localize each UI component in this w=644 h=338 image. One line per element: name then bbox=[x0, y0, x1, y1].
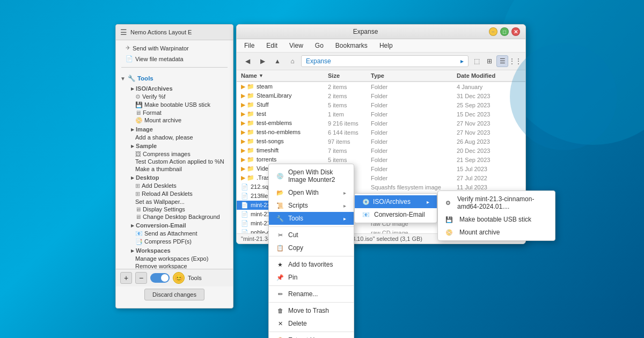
menu-file[interactable]: File bbox=[242, 41, 257, 50]
menu-view[interactable]: View bbox=[287, 41, 305, 50]
col-type[interactable]: Type bbox=[371, 72, 457, 79]
menu-edit[interactable]: Edit bbox=[264, 41, 280, 50]
ctx-open-with[interactable]: 📂 Open With ▸ bbox=[269, 186, 354, 199]
make-bootable-item[interactable]: 💾Make bootable USB stick bbox=[116, 101, 233, 109]
menu-help[interactable]: Help bbox=[377, 41, 395, 50]
file-row[interactable]: ▶ 📁steam2 itemsFolder4 January bbox=[237, 82, 525, 91]
section-iso-archives[interactable]: ▸ ISO/Archives bbox=[116, 84, 233, 93]
file-row[interactable]: ▶ 📁torrents5 itemsFolder21 Sep 2023 bbox=[237, 155, 525, 164]
discard-changes-button[interactable]: Discard changes bbox=[144, 289, 204, 300]
address-bar[interactable]: Expanse ▸ bbox=[301, 55, 469, 67]
ctx-cut[interactable]: ✂ Cut bbox=[269, 229, 354, 241]
col-size[interactable]: Size bbox=[328, 72, 371, 79]
forward-button[interactable]: ▶ bbox=[256, 55, 269, 68]
manage-workspaces-item[interactable]: Manage workspaces (Expo) bbox=[116, 255, 233, 262]
add-desklets-item[interactable]: ⊞Add Desklets bbox=[116, 182, 233, 190]
send-with-warpinator[interactable]: ✈ Send with Warpinator bbox=[121, 43, 228, 53]
back-button[interactable]: ◀ bbox=[241, 55, 254, 68]
close-button[interactable]: ✕ bbox=[511, 27, 520, 36]
smiley-button[interactable]: 😊 bbox=[173, 272, 185, 284]
iso-sub-mount-archive[interactable]: 📀 Mount archive bbox=[438, 226, 555, 239]
file-row[interactable]: ▶ 📁test1 itemFolder15 Dec 2023 bbox=[237, 109, 525, 119]
compress-pdf-item[interactable]: 📑Compress PDF(s) bbox=[116, 238, 233, 246]
send-as-attachment-item[interactable]: 📧Send as Attachment bbox=[116, 230, 233, 238]
file-row[interactable]: ▶ 📁test-songs97 itemsFolder26 Aug 2023 bbox=[237, 137, 525, 146]
file-type-cell: Folder bbox=[371, 93, 457, 99]
file-date-cell: 25 Sep 2023 bbox=[457, 102, 521, 108]
file-row[interactable]: ▶ 📁SteamLibrary2 itemsFolder31 Dec 2023 bbox=[237, 91, 525, 100]
scripts-sub-arrow: ▸ bbox=[343, 203, 346, 209]
file-icon: 📄 bbox=[241, 193, 248, 199]
menu-bookmarks[interactable]: Bookmarks bbox=[333, 41, 370, 50]
ctx-tools[interactable]: 🔧 Tools ▸ bbox=[269, 212, 354, 225]
ctx-add-favorites[interactable]: ★ Add to favorites bbox=[269, 258, 354, 271]
file-date-cell: 21 Sep 2023 bbox=[457, 157, 521, 163]
up-button[interactable]: ▲ bbox=[271, 55, 284, 68]
file-date-cell: 27 Nov 2023 bbox=[457, 129, 521, 136]
tools-sub-conversion[interactable]: 📧 Conversion-Email bbox=[355, 208, 437, 221]
file-size-cell: 5 items bbox=[328, 102, 371, 108]
view-grid-btn[interactable]: ⊞ bbox=[484, 55, 495, 67]
file-row[interactable]: ▶ 📁Stuff5 itemsFolder25 Sep 2023 bbox=[237, 100, 525, 109]
file-row[interactable]: ▶ 📁test-emblems9 216 itemsFolder27 Nov 2… bbox=[237, 119, 525, 128]
add-shadow-item[interactable]: Add a shadow, please bbox=[116, 134, 233, 141]
section-image[interactable]: ▸ Image bbox=[116, 124, 233, 134]
reload-desklets-item[interactable]: ⊞Reload All Desklets bbox=[116, 190, 233, 198]
view-list-btn[interactable]: ☰ bbox=[496, 55, 508, 67]
section-tools[interactable]: ▼ 🔧 Tools bbox=[116, 73, 233, 84]
iso-sub-verify[interactable]: ⚙ Verify mint-21.3-cinnamon-amd64-2024.0… bbox=[438, 193, 555, 213]
view-file-metadata[interactable]: 📄 View file metadata bbox=[121, 54, 228, 63]
change-desktop-bg-item[interactable]: 🖥Change Desktop Background bbox=[116, 213, 233, 221]
home-button[interactable]: ⌂ bbox=[286, 55, 299, 68]
ctx-move-trash[interactable]: 🗑 Move to Trash bbox=[269, 304, 354, 317]
view-compact-btn[interactable]: ⋮⋮ bbox=[509, 55, 521, 67]
set-wallpaper-item[interactable]: Set as Wallpaper... bbox=[116, 198, 233, 205]
file-row[interactable]: ▶ 📁timeshift7 itemsFolder20 Dec 2023 bbox=[237, 146, 525, 155]
menu-go[interactable]: Go bbox=[313, 41, 326, 50]
section-sample[interactable]: ▸ Sample bbox=[116, 141, 233, 150]
remove-workspace-item[interactable]: Remove workspace bbox=[116, 262, 233, 269]
col-name[interactable]: Name ▼ bbox=[241, 72, 328, 79]
sep1 bbox=[269, 226, 354, 227]
hamburger-icon[interactable]: ☰ bbox=[120, 28, 127, 36]
format-item[interactable]: 🖥Format bbox=[116, 109, 233, 116]
make-thumbnail-item[interactable]: Make a thumbnail bbox=[116, 165, 233, 173]
file-date-cell: 27 Jul 2022 bbox=[457, 175, 521, 181]
left-panel-title: Nemo Actions Layout E bbox=[130, 29, 192, 35]
maximize-button[interactable]: □ bbox=[500, 27, 509, 36]
toggle-switch[interactable] bbox=[150, 273, 170, 283]
file-size-cell: 6 144 items bbox=[328, 129, 371, 136]
minimize-button[interactable]: − bbox=[489, 27, 497, 36]
compress-images-item[interactable]: 🖼Compress images bbox=[116, 150, 233, 158]
iso-sub-make-bootable[interactable]: 💾 Make bootable USB stick bbox=[438, 213, 555, 226]
file-size-cell: 2 items bbox=[328, 93, 371, 99]
ctx-scripts[interactable]: 📜 Scripts ▸ bbox=[269, 199, 354, 212]
display-settings-item[interactable]: 🖥Display Settings bbox=[116, 205, 233, 213]
ctx-extract-here[interactable]: 📦 Extract Here bbox=[269, 334, 354, 338]
pin-icon: 📌 bbox=[276, 274, 284, 281]
mount-archive-item[interactable]: 📀Mount archive bbox=[116, 116, 233, 124]
file-name-cell: ▶ 📁test bbox=[241, 111, 328, 117]
section-conversion-email[interactable]: ▸ Conversion-Email bbox=[116, 221, 233, 230]
fm-view-buttons: ⬚ ⊞ ☰ ⋮⋮ bbox=[471, 55, 521, 67]
section-workspaces[interactable]: ▸ Workspaces bbox=[116, 246, 233, 255]
tools-sub-iso[interactable]: 💿 ISO/Archives ▸ bbox=[355, 195, 437, 208]
col-date[interactable]: Date Modified bbox=[457, 72, 521, 79]
ctx-copy[interactable]: 📋 Copy bbox=[269, 241, 354, 254]
conversion-icon: 📧 bbox=[362, 211, 370, 218]
view-icon-btn[interactable]: ⬚ bbox=[471, 55, 482, 67]
add-button[interactable]: + bbox=[120, 272, 132, 284]
ctx-rename[interactable]: ✏ Rename... bbox=[269, 288, 354, 300]
section-desktop[interactable]: ▸ Desktop bbox=[116, 173, 233, 182]
bootable-icon: 💾 bbox=[445, 216, 453, 223]
ctx-open-with-disk[interactable]: 💿 Open With Disk Image Mounter2 bbox=[269, 166, 354, 186]
folder-icon: ▶ 📁 bbox=[241, 120, 254, 126]
file-row[interactable]: ▶ 📁test-no-emblems6 144 itemsFolder27 No… bbox=[237, 128, 525, 137]
ctx-delete[interactable]: ✕ Delete bbox=[269, 317, 354, 330]
test-custom-action-item[interactable]: Test Custom Action applied to %N bbox=[116, 158, 233, 165]
rename-icon: ✏ bbox=[276, 291, 284, 298]
ctx-pin[interactable]: 📌 Pin bbox=[269, 271, 354, 284]
remove-button[interactable]: − bbox=[135, 272, 147, 284]
verify-item[interactable]: ⚙Verify %f bbox=[116, 93, 233, 101]
scripts-icon: 📜 bbox=[276, 202, 284, 209]
